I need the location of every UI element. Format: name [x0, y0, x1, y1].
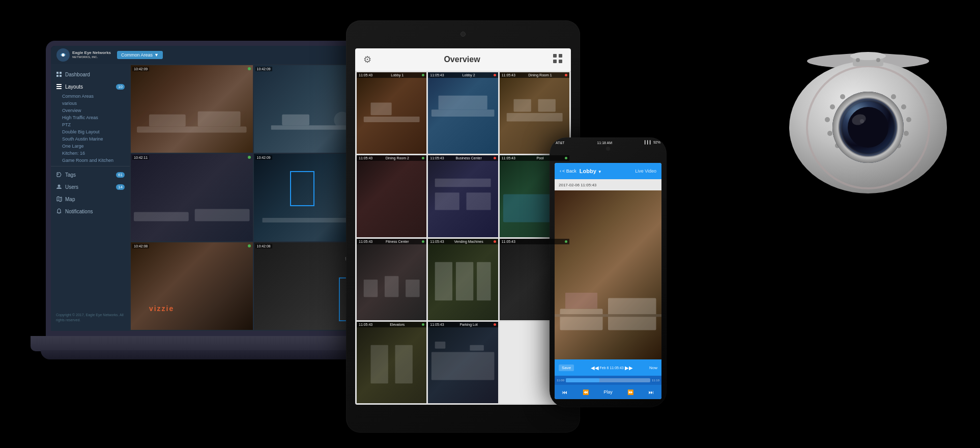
- tablet-camera-cell-2[interactable]: 11:05:43 Lobby 2: [428, 72, 498, 154]
- phone-video-area[interactable]: [555, 190, 661, 359]
- tablet-cell-dot-1: [422, 74, 424, 76]
- phone-forward-btn[interactable]: ⏩: [627, 389, 633, 395]
- tablet-cell-dot-10: [422, 323, 424, 326]
- tablet-grid-btn[interactable]: [553, 53, 563, 66]
- phone-timeline[interactable]: 11:00 11:10: [555, 376, 661, 385]
- tablet-feed-detail-8: [428, 239, 498, 320]
- phone-video-detail: [555, 258, 661, 359]
- tablet-gear-btn[interactable]: ⚙: [363, 54, 371, 65]
- layout-item-common-areas[interactable]: Common Areas: [62, 93, 130, 100]
- laptop-device: Eagle Eye Networks NETWORKS, INC. Common…: [31, 41, 397, 423]
- camera-cell-3[interactable]: 10:42:11: [131, 154, 253, 241]
- dome-camera-svg: [771, 15, 965, 199]
- laptop-ui: Eagle Eye Networks NETWORKS, INC. Common…: [51, 46, 377, 331]
- svg-point-60: [825, 117, 830, 122]
- layouts-submenu: Common Areas various Overview High Traff…: [51, 93, 130, 164]
- layout-item-various[interactable]: various: [62, 100, 130, 107]
- phone-rewind-btn[interactable]: ⏪: [583, 389, 589, 395]
- tablet-camera: [460, 32, 466, 37]
- layout-item-high-traffic[interactable]: High Traffic Areas: [62, 114, 130, 121]
- phone-skip-forward-btn[interactable]: ⏭: [649, 389, 654, 395]
- svg-rect-29: [364, 117, 420, 122]
- svg-point-78: [850, 52, 886, 60]
- svg-rect-43: [435, 262, 452, 300]
- svg-rect-33: [506, 113, 562, 121]
- svg-point-1: [62, 53, 65, 57]
- location-dropdown-btn[interactable]: Common Areas ▼: [117, 51, 163, 59]
- sidebar-item-layouts[interactable]: Layouts 10: [51, 80, 130, 93]
- tablet-camera-cell-8[interactable]: 11:05:43 Vending Machines: [428, 239, 498, 320]
- phone-now-button[interactable]: Now: [649, 366, 657, 370]
- svg-point-11: [58, 185, 61, 187]
- svg-point-74: [848, 107, 888, 148]
- phone-play-btn[interactable]: Play: [603, 389, 613, 395]
- tablet-cell-dot-2: [494, 74, 496, 76]
- svg-rect-6: [56, 84, 62, 85]
- camera-cell-1[interactable]: 10:42:09: [131, 65, 253, 153]
- tablet-screen: ⚙ Overview 11:05:43: [355, 48, 571, 405]
- cam-overlay-text-1: vizzie: [149, 304, 174, 313]
- camera-timestamp-6: 10:42:08: [255, 244, 272, 248]
- tablet-cell-header-4: 11:05:43 Dining Room 2: [357, 155, 426, 161]
- tablet-feed-detail-1: [357, 72, 426, 154]
- tablet-cell-header-9: 11:05:43: [500, 239, 569, 244]
- svg-rect-44: [456, 262, 473, 300]
- layout-item-ptz[interactable]: PTZ: [62, 121, 130, 128]
- phone-save-button[interactable]: Save: [559, 365, 574, 371]
- layout-item-game-room[interactable]: Game Room and Kitchen: [62, 157, 130, 164]
- layout-item-kitchen[interactable]: Kitchen: 16: [62, 150, 130, 157]
- sidebar-item-map[interactable]: Map: [51, 193, 130, 205]
- phone-date-bar: 2017-02-06 11:05:43: [555, 179, 661, 190]
- layout-item-overview[interactable]: Overview: [62, 107, 130, 114]
- phone-back-button[interactable]: ‹ < Back: [560, 169, 577, 174]
- svg-rect-47: [395, 345, 413, 384]
- phone-next-icon[interactable]: ▶▶: [625, 365, 633, 371]
- layout-item-one-large[interactable]: One Large: [62, 143, 130, 150]
- sidebar-divider-1: [51, 166, 130, 166]
- phone-video-bg: [555, 190, 661, 359]
- phone-device: AT&T 11:18 AM ▎▎▎ 92% ‹ < Back Lobby ▼ L…: [550, 137, 667, 407]
- phone-frame: AT&T 11:18 AM ▎▎▎ 92% ‹ < Back Lobby ▼ L…: [550, 137, 667, 407]
- layouts-badge: 10: [116, 84, 125, 90]
- tablet-camera-cell-4[interactable]: 11:05:43 Dining Room 2: [357, 155, 426, 237]
- laptop-screen: Eagle Eye Networks NETWORKS, INC. Common…: [46, 41, 382, 336]
- camera-timestamp-4: 10:42:09: [255, 155, 272, 160]
- tablet-feed-detail-7: [357, 239, 426, 320]
- phone-nav-title: Lobby ▼: [580, 168, 602, 174]
- cam-furniture-3: [131, 189, 253, 241]
- svg-rect-20: [282, 115, 309, 126]
- tablet-cell-dot-11: [494, 323, 496, 326]
- svg-rect-32: [439, 96, 487, 109]
- logo-text: Eagle Eye Networks NETWORKS, INC.: [72, 51, 111, 59]
- sidebar-item-dashboard[interactable]: Dashboard: [51, 68, 130, 80]
- sidebar-item-tags[interactable]: Tags 61: [51, 169, 130, 181]
- dashboard-icon: [56, 71, 62, 77]
- sidebar-item-notifications[interactable]: Notifications: [51, 205, 130, 217]
- sidebar-item-users[interactable]: Users 14: [51, 181, 130, 193]
- phone-status-bar: AT&T 11:18 AM ▎▎▎ 92%: [556, 141, 660, 145]
- tablet-feed-detail-2: [428, 72, 498, 154]
- tablet-camera-cell-10[interactable]: 11:05:43 Elevators: [357, 322, 426, 403]
- users-icon: [56, 184, 62, 190]
- phone-skip-back-btn[interactable]: ⏮: [562, 389, 567, 395]
- tablet-cell-header-6: 11:05:43 Pool: [500, 155, 569, 161]
- layout-item-double-big[interactable]: Double Big Layout: [62, 128, 130, 135]
- tags-icon: [56, 172, 62, 178]
- tablet-cell-dot-9: [565, 240, 567, 243]
- tablet-cell-dot-3: [565, 74, 567, 76]
- layout-item-south-austin[interactable]: South Austin Marine: [62, 135, 130, 143]
- tablet-camera-cell-11[interactable]: 11:05:43 Parking Lot: [428, 322, 498, 403]
- laptop-camera-grid: 10:42:09 10:42:09: [130, 64, 377, 331]
- svg-point-65: [901, 104, 906, 109]
- tablet-header: ⚙ Overview: [355, 48, 571, 71]
- svg-point-67: [904, 131, 909, 136]
- svg-point-66: [906, 117, 911, 122]
- camera-cell-5[interactable]: 10:42:08 vizzie: [131, 242, 253, 330]
- tablet-camera-cell-1[interactable]: 11:05:43 Lobby 1: [357, 72, 426, 154]
- phone-prev-icon[interactable]: ◀◀: [591, 365, 599, 371]
- phone-screen: ‹ < Back Lobby ▼ Live Video 2017-02-06 1…: [555, 163, 661, 399]
- phone-timeline-scrubber[interactable]: [566, 378, 650, 382]
- tablet-camera-cell-5[interactable]: 11:05:43 Business Center: [428, 155, 498, 237]
- tablet-camera-cell-7[interactable]: 11:05:43 Fitness Center: [357, 239, 426, 320]
- tablet-cell-dot-4: [422, 157, 424, 159]
